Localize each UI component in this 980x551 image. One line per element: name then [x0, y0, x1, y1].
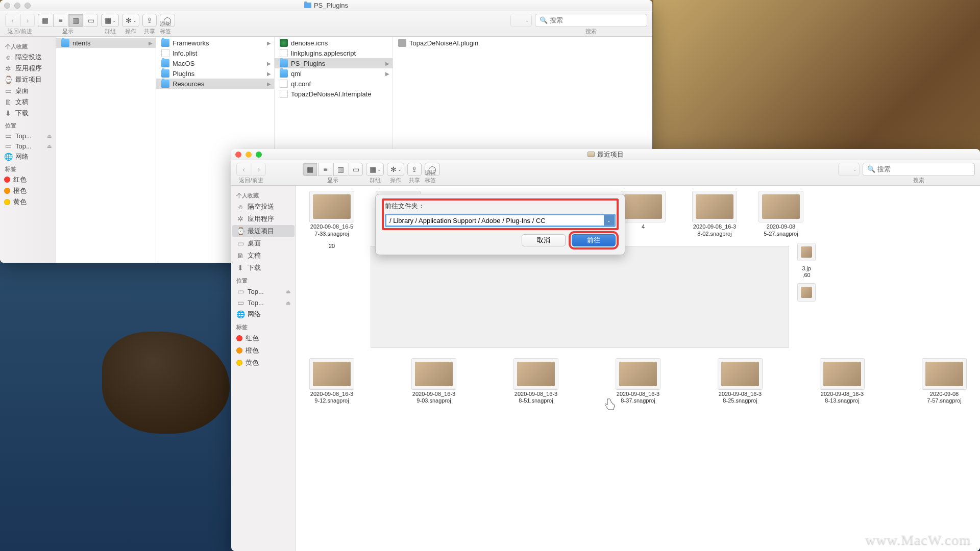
view-group: ▦ ≡ ▥ ▭ [38, 14, 98, 27]
search-input[interactable] [877, 165, 970, 173]
file-name: 3.jp,60 [797, 265, 816, 280]
chevron-right-icon: ▶ [385, 71, 389, 77]
list-view-button[interactable]: ≡ [318, 163, 332, 176]
file-name: 2020-09-08_16-39-12.snagproj [310, 391, 353, 405]
group-button[interactable]: ▦ [366, 163, 384, 176]
file-item[interactable]: 2020-09-08_16-38-02.snagproj [684, 191, 745, 238]
file-icon [280, 49, 288, 57]
eject-icon[interactable]: ⏏ [47, 133, 52, 139]
sidebar-tag-2[interactable]: 黄色 [1, 196, 55, 208]
close-button[interactable] [235, 152, 241, 158]
file-row[interactable]: qml▶ [275, 68, 393, 79]
minimize-button[interactable] [14, 3, 20, 9]
sidebar-tag-1[interactable]: 橙色 [232, 344, 295, 357]
sidebar-item-4[interactable]: 🗎文稿 [1, 96, 55, 108]
back-button[interactable]: ‹ [5, 14, 19, 27]
sidebar-item-3[interactable]: ▭桌面 [1, 85, 55, 96]
file-item[interactable]: 2020-09-08_16-38-25.snagproj [709, 358, 771, 405]
sidebar-item-label: Top... [15, 142, 32, 150]
sidebar-location-2[interactable]: 🌐网络 [232, 308, 295, 320]
path-combobox[interactable]: ⌄ [385, 214, 616, 227]
zoom-button[interactable] [256, 152, 262, 158]
file-thumbnail[interactable] [797, 283, 816, 302]
back-button[interactable]: ‹ [236, 163, 251, 176]
column-1: ntents▶ [56, 37, 156, 263]
file-item[interactable]: 2020-09-08_16-39-12.snagproj [301, 358, 362, 405]
action-button[interactable]: ✻ [122, 14, 139, 27]
file-row[interactable]: Frameworks▶ [156, 38, 274, 48]
sidebar-tag-0[interactable]: 红色 [1, 174, 55, 185]
close-button[interactable] [4, 3, 10, 9]
sidebar-item-3[interactable]: ▭桌面 [232, 237, 295, 249]
file-item[interactable]: 2020-09-08_16-38-37.snagproj [607, 358, 669, 405]
gallery-view-button[interactable]: ▭ [84, 14, 98, 27]
file-row[interactable]: TopazDeNoiseAI.lrtemplate [275, 89, 393, 99]
file-row[interactable]: PlugIns▶ [156, 68, 274, 79]
column-view-button[interactable]: ▥ [333, 163, 348, 176]
eject-icon[interactable]: ⏏ [47, 143, 52, 149]
file-item[interactable]: 20 [301, 243, 362, 250]
sidebar-tag-0[interactable]: 红色 [232, 332, 295, 344]
forward-button[interactable]: › [252, 163, 266, 176]
sidebar-item-4[interactable]: 🗎文稿 [232, 249, 295, 262]
file-item[interactable]: 2020-09-08_16-38-13.snagproj [812, 358, 873, 405]
sidebar-location-0[interactable]: ▭Top...⏏ [1, 131, 55, 141]
file-item[interactable]: 2020-09-087-57.snagproj [914, 358, 975, 405]
file-icon [398, 39, 406, 47]
group-button[interactable]: ▦ [101, 14, 119, 27]
path-dropdown-icon[interactable]: ⌄ [604, 215, 614, 226]
sidebar-location-2[interactable]: 🌐网络 [1, 151, 55, 162]
sidebar-tag-1[interactable]: 橙色 [1, 185, 55, 196]
file-row[interactable]: PS_Plugins▶ [275, 58, 393, 68]
sidebar-item-2[interactable]: ⌚最近项目 [1, 74, 55, 85]
sidebar-item-0[interactable]: ⌾隔空投送 [232, 201, 295, 213]
titlebar[interactable]: 最近项目 [231, 149, 980, 160]
sidebar-location-1[interactable]: ▭Top...⏏ [1, 141, 55, 151]
share-button[interactable]: ⇪ [407, 163, 422, 176]
share-button[interactable]: ⇪ [142, 14, 157, 27]
zoom-button[interactable] [24, 3, 31, 9]
forward-button[interactable]: › [20, 14, 35, 27]
path-dropdown[interactable] [510, 14, 532, 27]
icon-view-button[interactable]: ▦ [38, 14, 52, 27]
file-thumbnail[interactable] [797, 243, 816, 261]
go-button[interactable]: 前往 [572, 234, 616, 246]
path-dropdown[interactable] [838, 163, 860, 176]
eject-icon[interactable]: ⏏ [286, 300, 290, 306]
action-button[interactable]: ✻ [387, 163, 404, 176]
eject-icon[interactable]: ⏏ [286, 289, 290, 294]
list-view-button[interactable]: ≡ [53, 14, 67, 27]
file-item[interactable]: 2020-09-08_16-38-51.snagproj [505, 358, 567, 405]
minimize-button[interactable] [246, 152, 252, 158]
gallery-view-button[interactable]: ▭ [349, 163, 363, 176]
titlebar[interactable]: PS_Plugins [0, 0, 652, 11]
file-row[interactable]: MacOS▶ [156, 58, 274, 68]
search-input[interactable] [550, 16, 643, 24]
file-row[interactable]: qt.conf [275, 79, 393, 89]
path-input[interactable] [386, 217, 604, 224]
search-field[interactable]: 🔍 [863, 163, 975, 176]
sidebar-tag-2[interactable]: 黄色 [232, 357, 295, 369]
file-item[interactable]: 2020-09-085-27.snagproj [750, 191, 812, 238]
file-row[interactable]: Info.plist [156, 48, 274, 58]
file-row[interactable]: linkplugins.applescript [275, 48, 393, 58]
search-field[interactable]: 🔍 [535, 14, 647, 27]
file-row[interactable]: denoise.icns [275, 38, 393, 48]
file-row[interactable]: Resources▶ [156, 79, 274, 89]
file-item[interactable]: 2020-09-08_16-57-33.snagproj [301, 191, 362, 238]
sidebar-item-2[interactable]: ⌚最近项目 [232, 225, 295, 237]
file-row[interactable]: ntents▶ [56, 38, 156, 48]
sidebar-item-1[interactable]: ✲应用程序 [1, 63, 55, 74]
file-item[interactable]: 2020-09-08_16-39-03.snagproj [403, 358, 464, 405]
sidebar-item-5[interactable]: ⬇下载 [232, 262, 295, 274]
column-view-button[interactable]: ▥ [68, 14, 83, 27]
tags-label: 编辑标签 [425, 169, 440, 184]
cancel-button[interactable]: 取消 [522, 234, 566, 246]
icon-view-button[interactable]: ▦ [303, 163, 317, 176]
sidebar-item-1[interactable]: ✲应用程序 [232, 213, 295, 225]
sidebar-item-5[interactable]: ⬇下载 [1, 108, 55, 119]
file-row[interactable]: TopazDeNoiseAI.plugin [393, 38, 652, 48]
sidebar-item-0[interactable]: ⌾隔空投送 [1, 52, 55, 63]
sidebar-location-1[interactable]: ▭Top...⏏ [232, 297, 295, 308]
sidebar-location-0[interactable]: ▭Top...⏏ [232, 286, 295, 297]
